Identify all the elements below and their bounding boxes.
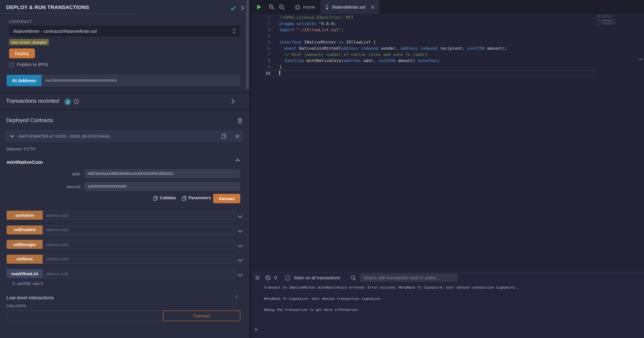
code-lines[interactable]: 1//SPDX-License-Identifier: MIT2pragma s… bbox=[251, 14, 644, 76]
copy-icon[interactable] bbox=[182, 196, 186, 201]
function-button-setAdmin[interactable]: setAdmin bbox=[6, 210, 43, 220]
chevron-down-icon[interactable] bbox=[238, 225, 243, 234]
chevron-down-icon[interactable] bbox=[238, 254, 243, 264]
contract-card-header[interactable]: INATIVEMINTER AT 0X020...00001 (BLOCKCHA… bbox=[5, 130, 243, 142]
log-line: transact to INativeMinter.mintNativeCoin… bbox=[264, 285, 519, 290]
trash-icon[interactable] bbox=[237, 118, 243, 124]
calldata-copy-button[interactable]: Calldata bbox=[160, 196, 176, 200]
code-line[interactable]: 4 bbox=[251, 33, 596, 39]
minimap-line: function mintNativeCoin(address addr, ui… bbox=[596, 23, 615, 24]
code-line[interactable]: 5interface INativeMinter is IAllowList { bbox=[251, 39, 596, 46]
contract-select[interactable]: INativeMinter - contracts/INativeMinter.… bbox=[9, 26, 240, 36]
line-number: 5 bbox=[251, 39, 270, 46]
scrollbar-thumb[interactable] bbox=[246, 0, 249, 90]
minimap-line: //SPDX-License-Identifier: MIT bbox=[596, 14, 615, 16]
code-line[interactable]: 8 function mintNativeCoin(address addr, … bbox=[251, 58, 596, 64]
chevron-down-icon[interactable] bbox=[238, 210, 243, 220]
terminal-search-input[interactable] bbox=[360, 274, 458, 282]
title-underline bbox=[0, 14, 136, 14]
function-input-setNone[interactable] bbox=[43, 254, 235, 264]
function-row-setEnabled: setEnabled bbox=[6, 225, 243, 234]
code-line[interactable]: 3import "./IAllowList.sol"; bbox=[251, 27, 596, 33]
copy-icon[interactable] bbox=[221, 134, 226, 139]
balance-label: Balance: 0 ETH bbox=[6, 146, 36, 151]
ban-icon[interactable] bbox=[265, 275, 271, 280]
function-button-readAllowList[interactable]: readAllowList bbox=[6, 269, 43, 278]
function-row-setAdmin: setAdmin bbox=[6, 210, 243, 220]
minimap-line: event NativeCoinMinted(address indexed s… bbox=[596, 21, 615, 22]
function-param-row: amount: bbox=[0, 182, 250, 191]
play-icon[interactable] bbox=[257, 4, 262, 10]
terminal: 0 listen on all transactions transact to… bbox=[251, 272, 644, 338]
call-result: 0: uint256: role 3 bbox=[12, 282, 43, 286]
transact-button[interactable]: transact bbox=[213, 194, 240, 203]
expanded-function-name[interactable]: mintNativeCoin bbox=[6, 159, 43, 165]
chevron-right-icon[interactable] bbox=[241, 5, 244, 11]
function-button-setNone[interactable]: setNone bbox=[6, 254, 43, 264]
overview-ruler-mark bbox=[639, 59, 642, 60]
close-icon[interactable] bbox=[371, 5, 374, 9]
parameters-copy-button[interactable]: Parameters bbox=[188, 196, 211, 200]
function-input-readAllowList[interactable] bbox=[43, 269, 235, 278]
zoom-in-icon[interactable] bbox=[269, 4, 274, 10]
function-row-readAllowList: readAllowList bbox=[6, 269, 243, 278]
line-number: 9 bbox=[251, 64, 270, 70]
chevron-down-icon[interactable] bbox=[10, 134, 14, 138]
at-address-button[interactable]: At Address bbox=[6, 75, 42, 86]
panel-resize-handle[interactable] bbox=[250, 0, 251, 338]
minimap-line: pragma solidity ^0.8.0; bbox=[596, 16, 615, 17]
terminal-logs: transact to INativeMinter.mintNativeCoin… bbox=[264, 285, 519, 318]
minimap[interactable]: //SPDX-License-Identifier: MITpragma sol… bbox=[596, 14, 615, 27]
copy-icon[interactable] bbox=[153, 196, 158, 201]
function-button-setManager[interactable]: setManager bbox=[6, 240, 43, 249]
listen-all-transactions-checkbox[interactable] bbox=[285, 275, 290, 280]
solidity-icon bbox=[326, 4, 329, 10]
calldata-label: CALLDATA bbox=[6, 304, 26, 308]
listen-all-transactions-label: listen on all transactions bbox=[294, 275, 340, 280]
low-level-transact-button[interactable]: Transact bbox=[163, 310, 240, 321]
at-address-input[interactable] bbox=[42, 75, 240, 86]
param-input-amount[interactable] bbox=[84, 182, 240, 191]
function-input-setEnabled[interactable] bbox=[43, 225, 235, 234]
double-chevron-down-icon[interactable] bbox=[255, 275, 260, 280]
chevron-up-icon[interactable] bbox=[235, 158, 240, 162]
evm-version-badge: evm version: shanghai bbox=[9, 39, 49, 45]
line-number: 6 bbox=[251, 45, 270, 52]
tab-home[interactable]: Home bbox=[290, 0, 320, 14]
tab-inativeminter-sol[interactable]: INativeMinter.sol bbox=[320, 0, 380, 14]
chevron-down-icon[interactable] bbox=[238, 240, 243, 249]
chevron-right-icon[interactable] bbox=[231, 98, 235, 104]
chevron-down-icon[interactable] bbox=[238, 269, 243, 278]
info-icon[interactable]: i bbox=[236, 294, 237, 299]
code-line[interactable]: 1//SPDX-License-Identifier: MIT bbox=[251, 14, 596, 20]
calldata-input[interactable] bbox=[6, 310, 163, 321]
check-icon[interactable] bbox=[230, 5, 236, 11]
close-icon[interactable] bbox=[235, 134, 240, 138]
function-input-setManager[interactable] bbox=[43, 240, 235, 249]
home-icon bbox=[295, 4, 300, 10]
divider bbox=[0, 92, 250, 93]
function-button-setEnabled[interactable]: setEnabled bbox=[6, 225, 43, 234]
code-line[interactable]: 7 // Mint [amount] number of native coin… bbox=[251, 52, 596, 58]
zoom-out-icon[interactable] bbox=[279, 4, 284, 10]
code-line[interactable]: 2pragma solidity ^0.8.0; bbox=[251, 20, 596, 27]
terminal-prompt[interactable]: > bbox=[255, 327, 258, 332]
tab-label: Home bbox=[303, 4, 315, 10]
deploy-button[interactable]: Deploy bbox=[9, 48, 35, 58]
info-icon[interactable] bbox=[74, 98, 79, 104]
function-input-setAdmin[interactable] bbox=[43, 210, 235, 220]
code-line[interactable]: 6 event NativeCoinMinted(address indexed… bbox=[251, 45, 596, 52]
editor-tabbar: Home INativeMinter.sol bbox=[251, 0, 644, 14]
param-label: addr: bbox=[0, 172, 81, 176]
deployed-contracts-title: Deployed Contracts bbox=[6, 117, 53, 123]
code-line[interactable]: 9} bbox=[251, 64, 596, 70]
function-row-setNone: setNone bbox=[6, 254, 243, 264]
transactions-count-badge: 2 bbox=[64, 98, 71, 105]
panel-title: DEPLOY & RUN TRANSACTIONS bbox=[6, 4, 89, 10]
publish-ipfs-checkbox[interactable] bbox=[9, 62, 14, 68]
param-input-addr[interactable] bbox=[84, 169, 240, 178]
search-icon bbox=[351, 275, 356, 280]
contract-card-title: INATIVEMINTER AT 0X020...00001 (BLOCKCHA… bbox=[18, 134, 221, 138]
code-editor[interactable]: 1//SPDX-License-Identifier: MIT2pragma s… bbox=[251, 14, 644, 272]
code-line[interactable]: 10 bbox=[251, 70, 596, 76]
